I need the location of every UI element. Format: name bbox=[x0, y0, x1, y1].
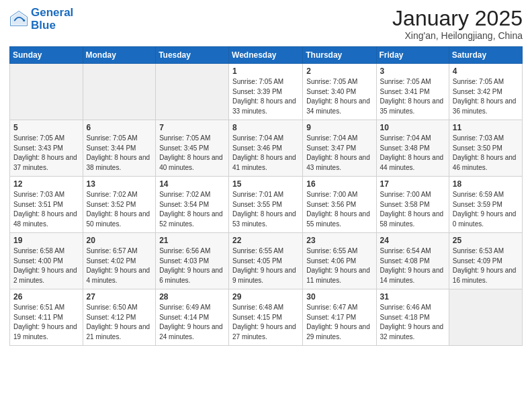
day-info: Sunrise: 7:05 AMSunset: 3:44 PMDaylight:… bbox=[87, 134, 152, 173]
header: General Blue January 2025 Xing'an, Heilo… bbox=[9, 7, 523, 41]
day-cell: 4Sunrise: 7:05 AMSunset: 3:42 PMDaylight… bbox=[449, 64, 522, 120]
day-number: 23 bbox=[306, 236, 372, 245]
day-cell: 31Sunrise: 6:46 AMSunset: 4:18 PMDayligh… bbox=[376, 289, 449, 346]
day-number: 22 bbox=[232, 236, 299, 245]
day-info: Sunrise: 7:01 AMSunset: 3:55 PMDaylight:… bbox=[232, 190, 299, 229]
day-cell: 3Sunrise: 7:05 AMSunset: 3:41 PMDaylight… bbox=[376, 64, 449, 120]
day-cell bbox=[449, 289, 522, 346]
logo: General Blue bbox=[9, 7, 73, 32]
day-number: 20 bbox=[87, 236, 152, 245]
day-cell: 19Sunrise: 6:58 AMSunset: 4:00 PMDayligh… bbox=[10, 233, 83, 289]
day-info: Sunrise: 7:00 AMSunset: 3:56 PMDaylight:… bbox=[306, 190, 372, 229]
day-cell: 6Sunrise: 7:05 AMSunset: 3:44 PMDaylight… bbox=[83, 120, 156, 177]
day-number: 8 bbox=[232, 123, 299, 132]
calendar-page: General Blue January 2025 Xing'an, Heilo… bbox=[0, 0, 532, 355]
day-number: 15 bbox=[232, 179, 299, 189]
weekday-monday: Monday bbox=[83, 47, 156, 64]
day-info: Sunrise: 6:48 AMSunset: 4:15 PMDaylight:… bbox=[232, 303, 299, 342]
day-number: 21 bbox=[159, 236, 225, 245]
day-info: Sunrise: 6:57 AMSunset: 4:02 PMDaylight:… bbox=[87, 246, 152, 285]
day-number: 5 bbox=[13, 123, 79, 132]
svg-marker-0 bbox=[11, 12, 26, 25]
weekday-wednesday: Wednesday bbox=[229, 47, 303, 64]
day-cell: 30Sunrise: 6:47 AMSunset: 4:17 PMDayligh… bbox=[303, 289, 376, 346]
weekday-friday: Friday bbox=[376, 47, 449, 64]
day-cell: 10Sunrise: 7:04 AMSunset: 3:48 PMDayligh… bbox=[376, 120, 449, 177]
day-number: 26 bbox=[13, 292, 79, 302]
day-cell: 15Sunrise: 7:01 AMSunset: 3:55 PMDayligh… bbox=[229, 177, 303, 233]
day-cell bbox=[83, 64, 156, 120]
day-info: Sunrise: 6:54 AMSunset: 4:08 PMDaylight:… bbox=[380, 246, 445, 285]
day-cell: 27Sunrise: 6:50 AMSunset: 4:12 PMDayligh… bbox=[83, 289, 156, 346]
day-number: 16 bbox=[306, 179, 372, 189]
day-cell: 23Sunrise: 6:55 AMSunset: 4:06 PMDayligh… bbox=[303, 233, 376, 289]
week-row-5: 26Sunrise: 6:51 AMSunset: 4:11 PMDayligh… bbox=[10, 289, 523, 346]
logo-text: General Blue bbox=[31, 7, 73, 32]
day-cell: 11Sunrise: 7:03 AMSunset: 3:50 PMDayligh… bbox=[449, 120, 522, 177]
day-number: 11 bbox=[453, 123, 519, 132]
day-number: 29 bbox=[232, 292, 299, 302]
weekday-saturday: Saturday bbox=[449, 47, 522, 64]
day-info: Sunrise: 6:58 AMSunset: 4:00 PMDaylight:… bbox=[13, 246, 79, 285]
day-info: Sunrise: 7:00 AMSunset: 3:58 PMDaylight:… bbox=[380, 190, 445, 229]
day-number: 27 bbox=[87, 292, 152, 302]
day-cell: 9Sunrise: 7:04 AMSunset: 3:47 PMDaylight… bbox=[303, 120, 376, 177]
week-row-4: 19Sunrise: 6:58 AMSunset: 4:00 PMDayligh… bbox=[10, 233, 523, 289]
day-number: 9 bbox=[306, 123, 372, 132]
day-cell: 2Sunrise: 7:05 AMSunset: 3:40 PMDaylight… bbox=[303, 64, 376, 120]
logo-icon bbox=[9, 10, 28, 29]
day-info: Sunrise: 6:56 AMSunset: 4:03 PMDaylight:… bbox=[159, 246, 225, 285]
day-number: 10 bbox=[380, 123, 445, 132]
day-number: 24 bbox=[380, 236, 445, 245]
day-number: 30 bbox=[306, 292, 372, 302]
day-number: 13 bbox=[87, 179, 152, 189]
day-cell: 14Sunrise: 7:02 AMSunset: 3:54 PMDayligh… bbox=[156, 177, 229, 233]
weekday-tuesday: Tuesday bbox=[156, 47, 229, 64]
day-number: 12 bbox=[13, 179, 79, 189]
day-info: Sunrise: 7:05 AMSunset: 3:39 PMDaylight:… bbox=[232, 77, 299, 116]
day-info: Sunrise: 7:03 AMSunset: 3:51 PMDaylight:… bbox=[13, 190, 79, 229]
day-number: 14 bbox=[159, 179, 225, 189]
day-info: Sunrise: 7:05 AMSunset: 3:45 PMDaylight:… bbox=[159, 134, 225, 173]
day-number: 2 bbox=[306, 66, 372, 76]
day-number: 17 bbox=[380, 179, 445, 189]
day-cell: 5Sunrise: 7:05 AMSunset: 3:43 PMDaylight… bbox=[10, 120, 83, 177]
weekday-thursday: Thursday bbox=[303, 47, 376, 64]
day-cell: 28Sunrise: 6:49 AMSunset: 4:14 PMDayligh… bbox=[156, 289, 229, 346]
day-cell: 24Sunrise: 6:54 AMSunset: 4:08 PMDayligh… bbox=[376, 233, 449, 289]
day-cell: 1Sunrise: 7:05 AMSunset: 3:39 PMDaylight… bbox=[229, 64, 303, 120]
day-number: 19 bbox=[13, 236, 79, 245]
day-info: Sunrise: 7:05 AMSunset: 3:42 PMDaylight:… bbox=[453, 77, 519, 116]
day-info: Sunrise: 6:55 AMSunset: 4:06 PMDaylight:… bbox=[306, 246, 372, 285]
day-info: Sunrise: 7:04 AMSunset: 3:47 PMDaylight:… bbox=[306, 134, 372, 173]
day-cell: 29Sunrise: 6:48 AMSunset: 4:15 PMDayligh… bbox=[229, 289, 303, 346]
weekday-header-row: SundayMondayTuesdayWednesdayThursdayFrid… bbox=[10, 47, 523, 64]
day-cell: 8Sunrise: 7:04 AMSunset: 3:46 PMDaylight… bbox=[229, 120, 303, 177]
day-info: Sunrise: 7:03 AMSunset: 3:50 PMDaylight:… bbox=[453, 134, 519, 173]
day-info: Sunrise: 7:02 AMSunset: 3:54 PMDaylight:… bbox=[159, 190, 225, 229]
week-row-2: 5Sunrise: 7:05 AMSunset: 3:43 PMDaylight… bbox=[10, 120, 523, 177]
day-info: Sunrise: 6:47 AMSunset: 4:17 PMDaylight:… bbox=[306, 303, 372, 342]
day-cell: 7Sunrise: 7:05 AMSunset: 3:45 PMDaylight… bbox=[156, 120, 229, 177]
day-info: Sunrise: 6:53 AMSunset: 4:09 PMDaylight:… bbox=[453, 246, 519, 285]
day-number: 3 bbox=[380, 66, 445, 76]
day-cell: 12Sunrise: 7:03 AMSunset: 3:51 PMDayligh… bbox=[10, 177, 83, 233]
day-number: 4 bbox=[453, 66, 519, 76]
day-info: Sunrise: 7:04 AMSunset: 3:46 PMDaylight:… bbox=[232, 134, 299, 173]
calendar-table: SundayMondayTuesdayWednesdayThursdayFrid… bbox=[9, 46, 523, 346]
day-info: Sunrise: 6:59 AMSunset: 3:59 PMDaylight:… bbox=[453, 190, 519, 229]
title-area: January 2025 Xing'an, Heilongjiang, Chin… bbox=[392, 7, 523, 41]
day-info: Sunrise: 6:55 AMSunset: 4:05 PMDaylight:… bbox=[232, 246, 299, 285]
day-cell: 17Sunrise: 7:00 AMSunset: 3:58 PMDayligh… bbox=[376, 177, 449, 233]
day-cell: 13Sunrise: 7:02 AMSunset: 3:52 PMDayligh… bbox=[83, 177, 156, 233]
day-info: Sunrise: 6:51 AMSunset: 4:11 PMDaylight:… bbox=[13, 303, 79, 342]
day-cell: 22Sunrise: 6:55 AMSunset: 4:05 PMDayligh… bbox=[229, 233, 303, 289]
week-row-1: 1Sunrise: 7:05 AMSunset: 3:39 PMDaylight… bbox=[10, 64, 523, 120]
day-info: Sunrise: 6:46 AMSunset: 4:18 PMDaylight:… bbox=[380, 303, 445, 342]
weekday-sunday: Sunday bbox=[10, 47, 83, 64]
day-number: 6 bbox=[87, 123, 152, 132]
day-number: 7 bbox=[159, 123, 225, 132]
calendar-title: January 2025 bbox=[392, 7, 523, 30]
day-cell: 26Sunrise: 6:51 AMSunset: 4:11 PMDayligh… bbox=[10, 289, 83, 346]
day-cell: 25Sunrise: 6:53 AMSunset: 4:09 PMDayligh… bbox=[449, 233, 522, 289]
